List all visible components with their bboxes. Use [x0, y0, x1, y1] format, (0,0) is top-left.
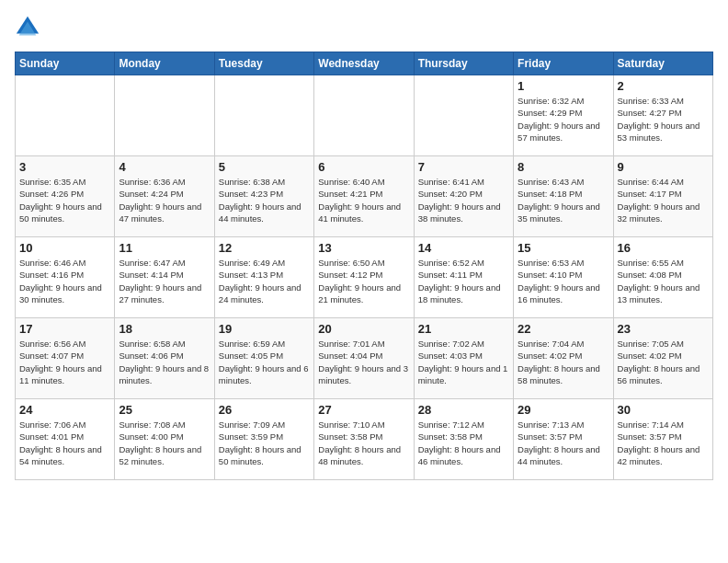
day-number: 11	[119, 241, 210, 255]
day-of-week-header: Saturday	[613, 52, 712, 75]
calendar-cell	[115, 75, 214, 156]
day-number: 9	[618, 160, 709, 174]
day-number: 30	[618, 403, 709, 417]
calendar-cell: 25Sunrise: 7:08 AM Sunset: 4:00 PM Dayli…	[115, 399, 214, 480]
calendar-week-row: 3Sunrise: 6:35 AM Sunset: 4:26 PM Daylig…	[16, 156, 713, 237]
logo	[15, 15, 44, 40]
day-number: 16	[618, 241, 709, 255]
calendar-cell: 13Sunrise: 6:50 AM Sunset: 4:12 PM Dayli…	[314, 237, 414, 318]
calendar-cell	[16, 75, 115, 156]
day-number: 18	[119, 322, 210, 336]
day-info: Sunrise: 6:38 AM Sunset: 4:23 PM Dayligh…	[219, 176, 310, 224]
calendar-cell: 8Sunrise: 6:43 AM Sunset: 4:18 PM Daylig…	[514, 156, 613, 237]
calendar-cell: 16Sunrise: 6:55 AM Sunset: 4:08 PM Dayli…	[613, 237, 712, 318]
day-info: Sunrise: 6:33 AM Sunset: 4:27 PM Dayligh…	[618, 95, 709, 144]
day-number: 27	[318, 403, 409, 417]
day-info: Sunrise: 7:12 AM Sunset: 3:58 PM Dayligh…	[418, 419, 509, 467]
day-number: 5	[219, 160, 310, 174]
calendar-cell: 19Sunrise: 6:59 AM Sunset: 4:05 PM Dayli…	[214, 318, 313, 399]
day-info: Sunrise: 6:43 AM Sunset: 4:18 PM Dayligh…	[518, 176, 609, 224]
calendar-week-row: 17Sunrise: 6:56 AM Sunset: 4:07 PM Dayli…	[16, 318, 713, 399]
day-number: 28	[418, 403, 509, 417]
day-info: Sunrise: 6:56 AM Sunset: 4:07 PM Dayligh…	[19, 338, 110, 386]
calendar-cell: 26Sunrise: 7:09 AM Sunset: 3:59 PM Dayli…	[214, 399, 313, 480]
day-info: Sunrise: 6:55 AM Sunset: 4:08 PM Dayligh…	[618, 257, 709, 305]
day-number: 10	[19, 241, 110, 255]
day-number: 17	[19, 322, 110, 336]
day-info: Sunrise: 7:08 AM Sunset: 4:00 PM Dayligh…	[119, 419, 210, 467]
day-number: 6	[318, 160, 409, 174]
day-info: Sunrise: 7:09 AM Sunset: 3:59 PM Dayligh…	[219, 419, 310, 467]
calendar-cell: 1Sunrise: 6:32 AM Sunset: 4:29 PM Daylig…	[514, 75, 613, 156]
calendar-body: 1Sunrise: 6:32 AM Sunset: 4:29 PM Daylig…	[16, 75, 713, 480]
calendar-cell: 21Sunrise: 7:02 AM Sunset: 4:03 PM Dayli…	[414, 318, 513, 399]
day-of-week-header: Sunday	[16, 52, 115, 75]
day-info: Sunrise: 6:50 AM Sunset: 4:12 PM Dayligh…	[318, 257, 409, 305]
day-number: 29	[518, 403, 609, 417]
calendar-cell	[314, 75, 414, 156]
day-info: Sunrise: 6:36 AM Sunset: 4:24 PM Dayligh…	[119, 176, 210, 224]
calendar-cell: 3Sunrise: 6:35 AM Sunset: 4:26 PM Daylig…	[16, 156, 115, 237]
day-info: Sunrise: 7:01 AM Sunset: 4:04 PM Dayligh…	[318, 338, 409, 386]
calendar-cell: 7Sunrise: 6:41 AM Sunset: 4:20 PM Daylig…	[414, 156, 513, 237]
calendar-cell: 20Sunrise: 7:01 AM Sunset: 4:04 PM Dayli…	[314, 318, 414, 399]
day-number: 22	[518, 322, 609, 336]
day-info: Sunrise: 6:52 AM Sunset: 4:11 PM Dayligh…	[418, 257, 509, 305]
calendar-cell: 5Sunrise: 6:38 AM Sunset: 4:23 PM Daylig…	[214, 156, 313, 237]
day-info: Sunrise: 7:05 AM Sunset: 4:02 PM Dayligh…	[618, 338, 709, 386]
day-number: 26	[219, 403, 310, 417]
day-of-week-header: Tuesday	[214, 52, 313, 75]
day-number: 1	[518, 79, 609, 93]
day-info: Sunrise: 6:40 AM Sunset: 4:21 PM Dayligh…	[318, 176, 409, 224]
day-number: 4	[119, 160, 210, 174]
day-info: Sunrise: 7:14 AM Sunset: 3:57 PM Dayligh…	[618, 419, 709, 467]
day-info: Sunrise: 6:35 AM Sunset: 4:26 PM Dayligh…	[19, 176, 110, 224]
day-number: 20	[318, 322, 409, 336]
logo-icon	[15, 15, 40, 40]
day-info: Sunrise: 7:10 AM Sunset: 3:58 PM Dayligh…	[318, 419, 409, 467]
calendar-cell: 14Sunrise: 6:52 AM Sunset: 4:11 PM Dayli…	[414, 237, 513, 318]
page-header	[15, 15, 713, 40]
calendar-cell: 29Sunrise: 7:13 AM Sunset: 3:57 PM Dayli…	[514, 399, 613, 480]
calendar-cell: 23Sunrise: 7:05 AM Sunset: 4:02 PM Dayli…	[613, 318, 712, 399]
calendar-cell: 10Sunrise: 6:46 AM Sunset: 4:16 PM Dayli…	[16, 237, 115, 318]
calendar-week-row: 10Sunrise: 6:46 AM Sunset: 4:16 PM Dayli…	[16, 237, 713, 318]
day-number: 3	[19, 160, 110, 174]
calendar-cell: 2Sunrise: 6:33 AM Sunset: 4:27 PM Daylig…	[613, 75, 712, 156]
calendar-cell: 4Sunrise: 6:36 AM Sunset: 4:24 PM Daylig…	[115, 156, 214, 237]
day-info: Sunrise: 6:49 AM Sunset: 4:13 PM Dayligh…	[219, 257, 310, 305]
day-of-week-header: Thursday	[414, 52, 513, 75]
day-info: Sunrise: 7:04 AM Sunset: 4:02 PM Dayligh…	[518, 338, 609, 386]
calendar-cell: 24Sunrise: 7:06 AM Sunset: 4:01 PM Dayli…	[16, 399, 115, 480]
day-info: Sunrise: 7:13 AM Sunset: 3:57 PM Dayligh…	[518, 419, 609, 467]
calendar-cell: 30Sunrise: 7:14 AM Sunset: 3:57 PM Dayli…	[613, 399, 712, 480]
calendar-cell: 9Sunrise: 6:44 AM Sunset: 4:17 PM Daylig…	[613, 156, 712, 237]
calendar-week-row: 24Sunrise: 7:06 AM Sunset: 4:01 PM Dayli…	[16, 399, 713, 480]
day-info: Sunrise: 6:32 AM Sunset: 4:29 PM Dayligh…	[518, 95, 609, 144]
calendar-cell	[214, 75, 313, 156]
calendar-cell: 17Sunrise: 6:56 AM Sunset: 4:07 PM Dayli…	[16, 318, 115, 399]
day-number: 23	[618, 322, 709, 336]
calendar-cell	[414, 75, 513, 156]
day-number: 21	[418, 322, 509, 336]
day-info: Sunrise: 6:53 AM Sunset: 4:10 PM Dayligh…	[518, 257, 609, 305]
day-number: 2	[618, 79, 709, 93]
day-info: Sunrise: 6:46 AM Sunset: 4:16 PM Dayligh…	[19, 257, 110, 305]
day-info: Sunrise: 6:41 AM Sunset: 4:20 PM Dayligh…	[418, 176, 509, 224]
day-info: Sunrise: 7:06 AM Sunset: 4:01 PM Dayligh…	[19, 419, 110, 467]
day-info: Sunrise: 6:58 AM Sunset: 4:06 PM Dayligh…	[119, 338, 210, 386]
calendar-cell: 11Sunrise: 6:47 AM Sunset: 4:14 PM Dayli…	[115, 237, 214, 318]
calendar-cell: 22Sunrise: 7:04 AM Sunset: 4:02 PM Dayli…	[514, 318, 613, 399]
day-number: 8	[518, 160, 609, 174]
calendar-week-row: 1Sunrise: 6:32 AM Sunset: 4:29 PM Daylig…	[16, 75, 713, 156]
day-number: 24	[19, 403, 110, 417]
day-of-week-header: Monday	[115, 52, 214, 75]
day-info: Sunrise: 6:47 AM Sunset: 4:14 PM Dayligh…	[119, 257, 210, 305]
day-of-week-header: Friday	[514, 52, 613, 75]
calendar-cell: 18Sunrise: 6:58 AM Sunset: 4:06 PM Dayli…	[115, 318, 214, 399]
day-of-week-header: Wednesday	[314, 52, 414, 75]
day-info: Sunrise: 7:02 AM Sunset: 4:03 PM Dayligh…	[418, 338, 509, 386]
calendar-header-row: SundayMondayTuesdayWednesdayThursdayFrid…	[16, 52, 713, 75]
day-number: 14	[418, 241, 509, 255]
day-number: 12	[219, 241, 310, 255]
